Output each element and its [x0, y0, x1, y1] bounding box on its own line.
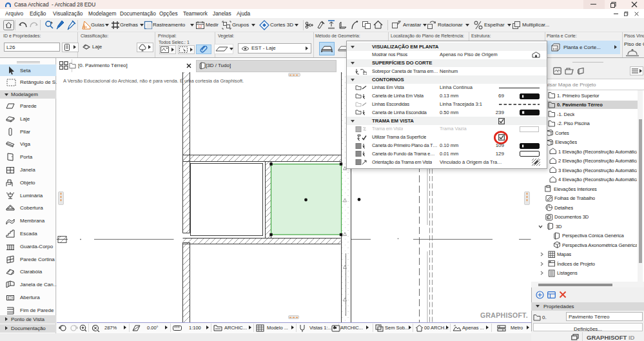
- svg-text:12: 12: [198, 24, 202, 28]
